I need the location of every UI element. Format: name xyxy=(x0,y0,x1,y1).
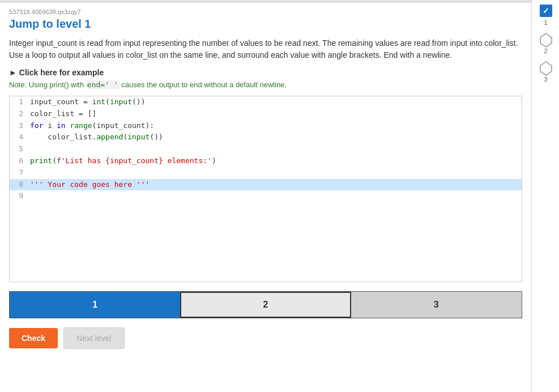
svg-marker-0 xyxy=(540,33,552,47)
triangle-icon: ► xyxy=(9,68,17,77)
page-title: Jump to level 1 xyxy=(9,18,522,31)
code-line-8[interactable]: 8 ''' Your code goes here ''' xyxy=(10,179,522,191)
code-line-3: 3 for i in range(input_count): xyxy=(10,120,522,132)
tab-2[interactable]: 2 xyxy=(180,292,351,318)
code-line-6: 6 print(f'List has {input_count} element… xyxy=(10,155,522,167)
sidebar-item-1[interactable]: 1 xyxy=(540,5,552,26)
code-line-7: 7 xyxy=(10,167,522,179)
next-level-button: Next level xyxy=(63,327,124,349)
sidebar-checkbox-1 xyxy=(540,5,552,17)
code-line-4: 4 color_list.append(input()) xyxy=(10,131,522,143)
code-line-2: 2 color_list = [] xyxy=(10,108,522,120)
tab-3[interactable]: 3 xyxy=(351,292,522,318)
code-editor[interactable]: 1 input_count = int(input()) 2 color_lis… xyxy=(9,96,522,282)
sidebar-label-2: 2 xyxy=(544,48,547,54)
sidebar-item-2[interactable]: 2 xyxy=(540,33,552,54)
tabs-row: 1 2 3 xyxy=(9,291,522,318)
note-text: Note: Using print() with end=' ' causes … xyxy=(9,80,522,89)
example-toggle[interactable]: ► Click here for example xyxy=(9,68,522,77)
check-button[interactable]: Check xyxy=(9,328,58,348)
description-text: Integer input_count is read from input r… xyxy=(9,37,522,61)
sidebar: 1 2 3 xyxy=(532,0,559,392)
code-line-5: 5 xyxy=(10,143,522,155)
sidebar-pentagon-2 xyxy=(540,33,552,48)
tab-1[interactable]: 1 xyxy=(10,292,180,318)
sidebar-label-3: 3 xyxy=(544,76,547,83)
code-line-9: 9 xyxy=(10,190,522,202)
actions-row: Check Next level xyxy=(9,327,522,349)
meta-id: 537318.4069638.qx3zqy7 xyxy=(9,8,522,15)
sidebar-label-1: 1 xyxy=(544,19,547,26)
code-line-1: 1 input_count = int(input()) xyxy=(10,96,522,108)
sidebar-item-3[interactable]: 3 xyxy=(540,61,552,83)
sidebar-pentagon-3 xyxy=(540,61,552,76)
svg-marker-1 xyxy=(540,62,552,75)
